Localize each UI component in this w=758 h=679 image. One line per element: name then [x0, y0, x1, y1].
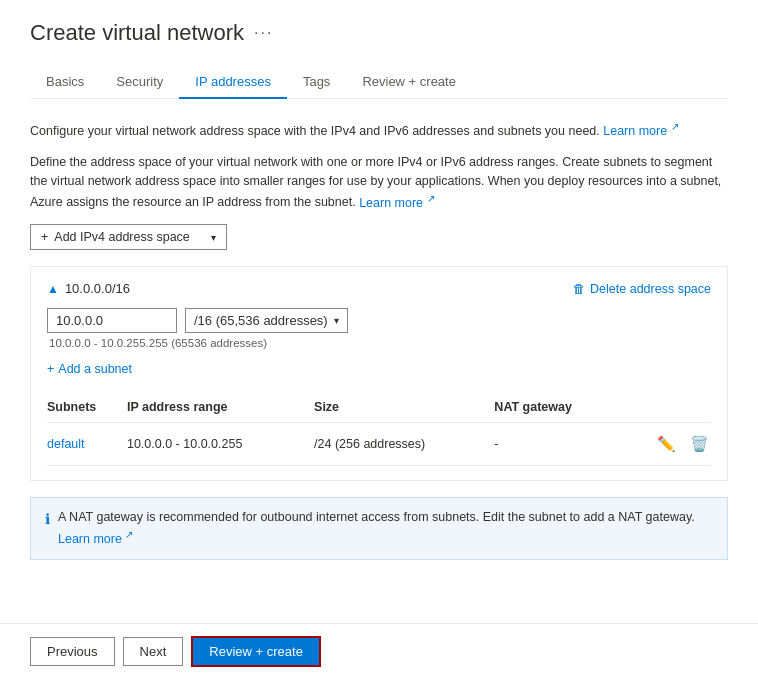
info-learn-more-link[interactable]: Learn more ↗	[58, 532, 133, 546]
delete-subnet-button[interactable]: 🗑️	[688, 433, 711, 455]
subnets-table: Subnets IP address range Size NAT gatewa…	[47, 392, 711, 466]
address-space-panel: ▲ 10.0.0.0/16 🗑 Delete address space /16…	[30, 266, 728, 481]
col-header-size: Size	[314, 392, 494, 423]
tab-basics[interactable]: Basics	[30, 66, 100, 99]
tab-ip-addresses[interactable]: IP addresses	[179, 66, 287, 99]
tab-security[interactable]: Security	[100, 66, 179, 99]
external-link-icon-3: ↗	[125, 529, 133, 540]
cidr-select[interactable]: /16 (65,536 addresses) ▾	[185, 308, 348, 333]
description-2: Define the address space of your virtual…	[30, 153, 728, 212]
subnet-size: /24 (256 addresses)	[314, 423, 494, 466]
external-link-icon-2: ↗	[427, 192, 435, 203]
ellipsis-menu-btn[interactable]: ···	[254, 24, 273, 42]
learn-more-link-2[interactable]: Learn more ↗	[359, 196, 434, 210]
info-banner: ℹ A NAT gateway is recommended for outbo…	[30, 497, 728, 560]
next-button[interactable]: Next	[123, 637, 184, 666]
tab-tags[interactable]: Tags	[287, 66, 346, 99]
info-icon: ℹ	[45, 509, 50, 530]
delete-icon: 🗑	[573, 282, 586, 296]
table-row: default 10.0.0.0 - 10.0.0.255 /24 (256 a…	[47, 423, 711, 466]
col-header-subnets: Subnets	[47, 392, 127, 423]
col-header-nat: NAT gateway	[494, 392, 620, 423]
address-space-cidr: 10.0.0.0/16	[65, 281, 130, 296]
external-link-icon-1: ↗	[671, 121, 679, 132]
review-create-button[interactable]: Review + create	[191, 636, 321, 667]
add-ipv4-button[interactable]: + Add IPv4 address space ▾	[30, 224, 227, 250]
learn-more-link-1[interactable]: Learn more ↗	[603, 124, 678, 138]
col-header-ip-range: IP address range	[127, 392, 314, 423]
tab-bar: Basics Security IP addresses Tags Review…	[30, 66, 728, 99]
delete-address-space-link[interactable]: 🗑 Delete address space	[573, 282, 711, 296]
subnet-name-link[interactable]: default	[47, 437, 85, 451]
add-subnet-link[interactable]: + Add a subnet	[47, 362, 132, 376]
plus-icon: +	[47, 362, 54, 376]
collapse-icon[interactable]: ▲	[47, 282, 59, 296]
description-1: Configure your virtual network address s…	[30, 119, 728, 141]
tab-review-create[interactable]: Review + create	[346, 66, 472, 99]
previous-button[interactable]: Previous	[30, 637, 115, 666]
page-title: Create virtual network	[30, 20, 244, 46]
cidr-value: /16 (65,536 addresses)	[194, 313, 328, 328]
add-icon: +	[41, 230, 48, 244]
subnet-ip-range: 10.0.0.0 - 10.0.0.255	[127, 423, 314, 466]
subnet-nat-gateway: -	[494, 423, 620, 466]
ip-range-hint: 10.0.0.0 - 10.0.255.255 (65536 addresses…	[49, 337, 711, 349]
chevron-down-icon: ▾	[211, 232, 216, 243]
edit-subnet-button[interactable]: ✏️	[655, 433, 678, 455]
bottom-nav: Previous Next Review + create	[0, 623, 758, 679]
ip-address-input[interactable]	[47, 308, 177, 333]
cidr-chevron-icon: ▾	[334, 315, 339, 326]
